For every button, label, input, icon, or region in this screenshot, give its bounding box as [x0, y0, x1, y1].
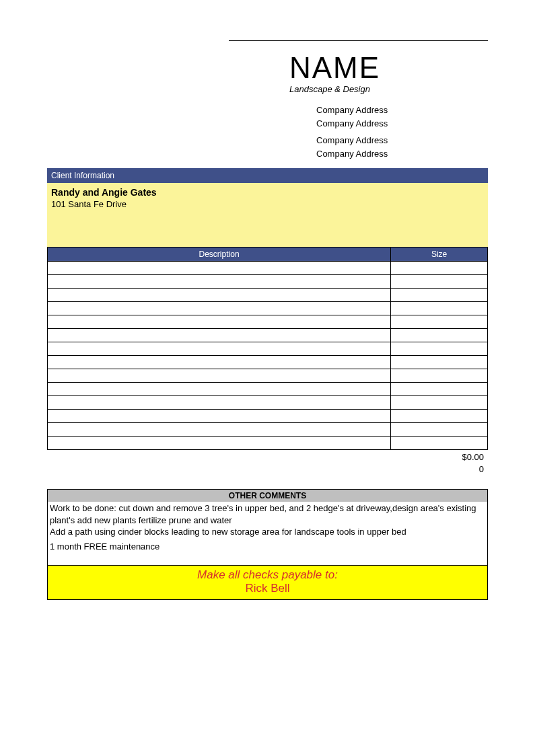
line-items-table: Description Size — [47, 247, 488, 450]
cell-size — [391, 396, 488, 410]
cell-size — [391, 289, 488, 302]
cell-description — [48, 302, 391, 315]
table-row — [48, 356, 488, 369]
column-header-description: Description — [48, 248, 391, 262]
totals-block: $0.00 0 — [47, 450, 488, 489]
table-row — [48, 396, 488, 410]
other-comments-body: Work to be done: cut down and remove 3 t… — [47, 502, 488, 564]
cell-size — [391, 342, 488, 356]
client-name: Randy and Angie Gates — [51, 187, 484, 198]
cell-description — [48, 315, 391, 329]
table-row — [48, 329, 488, 342]
company-address-block: Company Address Company Address Company … — [316, 104, 488, 160]
payment-instructions: Make all checks payable to: Rick Bell — [47, 565, 488, 600]
client-info-header: Client Information — [47, 168, 488, 183]
total-secondary: 0 — [47, 463, 484, 476]
table-row — [48, 275, 488, 289]
comment-line: 1 month FREE maintenance — [50, 541, 485, 553]
table-row — [48, 383, 488, 396]
company-tagline: Landscape & Design — [289, 84, 488, 94]
company-name: NAME — [289, 53, 488, 83]
top-horizontal-rule — [229, 40, 488, 41]
comment-line: Add a path using cinder blocks leading t… — [50, 526, 485, 538]
cell-description — [48, 329, 391, 342]
cell-size — [391, 275, 488, 289]
total-amount: $0.00 — [47, 451, 484, 463]
comment-line: Work to be done: cut down and remove 3 t… — [50, 502, 485, 526]
cell-description — [48, 289, 391, 302]
cell-size — [391, 410, 488, 423]
table-row — [48, 342, 488, 356]
table-row — [48, 289, 488, 302]
checks-payable-label: Make all checks payable to: — [197, 568, 338, 581]
cell-description — [48, 356, 391, 369]
cell-size — [391, 356, 488, 369]
cell-description — [48, 423, 391, 437]
table-row — [48, 437, 488, 450]
table-row — [48, 302, 488, 315]
company-header: NAME Landscape & Design — [289, 53, 488, 94]
cell-description — [48, 262, 391, 275]
table-row — [48, 410, 488, 423]
client-info-box: Randy and Angie Gates 101 Santa Fe Drive — [47, 183, 488, 247]
table-row — [48, 369, 488, 383]
cell-description — [48, 275, 391, 289]
other-comments-header: OTHER COMMENTS — [47, 489, 488, 502]
cell-size — [391, 329, 488, 342]
cell-description — [48, 342, 391, 356]
cell-description — [48, 437, 391, 450]
cell-description — [48, 383, 391, 396]
cell-description — [48, 410, 391, 423]
table-row — [48, 423, 488, 437]
cell-size — [391, 369, 488, 383]
cell-size — [391, 423, 488, 437]
cell-size — [391, 262, 488, 275]
company-address-line: Company Address — [316, 134, 488, 147]
column-header-size: Size — [391, 248, 488, 262]
cell-description — [48, 396, 391, 410]
table-row — [48, 262, 488, 275]
cell-size — [391, 302, 488, 315]
line-items-body — [48, 262, 488, 450]
table-row — [48, 315, 488, 329]
checks-payee: Rick Bell — [48, 582, 487, 595]
company-address-line: Company Address — [316, 147, 488, 161]
company-address-line: Company Address — [316, 104, 488, 117]
client-address: 101 Santa Fe Drive — [51, 199, 484, 209]
cell-size — [391, 383, 488, 396]
cell-size — [391, 437, 488, 450]
company-address-line: Company Address — [316, 117, 488, 130]
cell-size — [391, 315, 488, 329]
cell-description — [48, 369, 391, 383]
